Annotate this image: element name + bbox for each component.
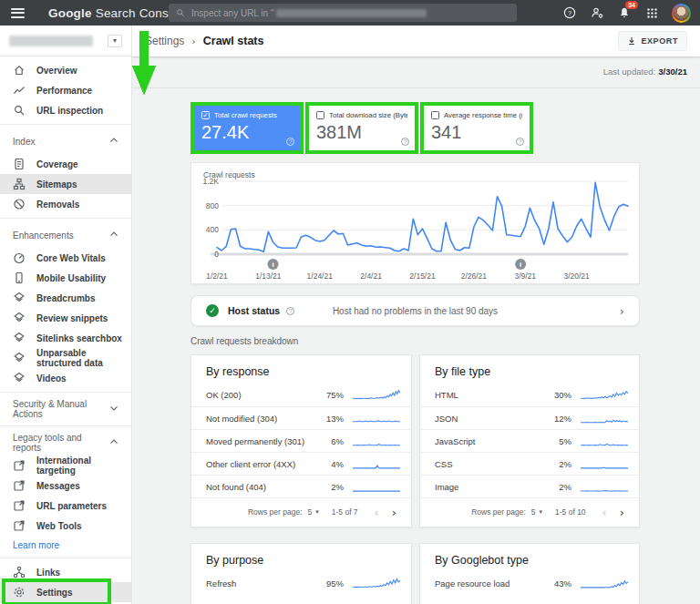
row-percent: 95%	[316, 578, 344, 589]
table-row-css[interactable]: CSS2%	[420, 452, 639, 475]
user-settings-button[interactable]	[590, 5, 604, 20]
sidebar-item-url-parameters[interactable]: URL parameters	[0, 496, 131, 516]
checkbox-checked-icon: ✓	[201, 111, 210, 119]
table-row-not-modified-304[interactable]: Not modified (304)13%	[191, 406, 411, 429]
sidebar-item-overview[interactable]: Overview	[0, 60, 131, 80]
sidebar-item-label: Coverage	[36, 159, 78, 169]
table-row-json[interactable]: JSON12%	[420, 406, 639, 429]
sidebar-item-messages[interactable]: Messages	[0, 476, 131, 496]
sidebar-item-coverage[interactable]: Coverage	[0, 154, 131, 174]
x-tick-label: 2/4/21	[360, 271, 382, 281]
sidebar-item-label: Review snippets	[36, 313, 108, 323]
previous-page-button[interactable]: ‹	[371, 507, 383, 518]
sidebar-item-review-snippets[interactable]: Review snippets	[0, 308, 131, 328]
sidebar-item-mobile-usability[interactable]: Mobile Usability	[0, 268, 131, 288]
x-tick-label: 2/26/21	[461, 271, 488, 281]
table-row-other-client-error-4xx[interactable]: Other client error (4XX)4%	[191, 452, 411, 475]
help-icon[interactable]: ?	[286, 138, 294, 146]
sidebar-section-security-and-manual-actions[interactable]: Security & Manual Actions	[0, 396, 131, 422]
previous-page-button[interactable]: ‹	[599, 507, 611, 518]
rows-per-page-select[interactable]: 5▾	[531, 507, 542, 517]
sidebar-item-videos[interactable]: Videos	[0, 368, 131, 388]
row-label: JSON	[435, 414, 544, 424]
external-icon	[13, 519, 26, 532]
table-row-image[interactable]: Image2%	[420, 475, 639, 497]
help-icon[interactable]: ?	[401, 138, 409, 146]
x-tick-label: 1/24/21	[307, 271, 334, 281]
apps-grid-icon	[646, 7, 658, 19]
section-divider	[132, 87, 700, 88]
last-updated-label: Last updated:	[603, 67, 656, 77]
sidebar: ▾ OverviewPerformanceURL inspectionIndex…	[0, 26, 132, 604]
rows-per-page-select[interactable]: 5▾	[308, 507, 319, 517]
url-inspect-input[interactable]: Inspect any URL in "	[169, 4, 517, 22]
sidebar-item-settings[interactable]: Settings	[0, 582, 131, 602]
search-placeholder: Inspect any URL in "	[191, 8, 273, 18]
metric-chip-average-response-time[interactable]: Average response time (ms)341?	[420, 102, 533, 154]
sidebar-item-sitelinks-searchbox[interactable]: Sitelinks searchbox	[0, 328, 131, 348]
apps-button[interactable]	[644, 5, 659, 20]
metric-chip-total-crawl-requests[interactable]: ✓Total crawl requests27.4K?	[190, 102, 304, 154]
row-label: Not modified (304)	[206, 414, 316, 424]
breadcrumb-settings[interactable]: Settings	[145, 35, 184, 47]
y-tick-label: 800	[206, 201, 219, 210]
card-by-file-type: By file typeHTML30%JSON12%JavaScript5%CS…	[419, 354, 640, 527]
table-row-moved-permanently-301[interactable]: Moved permanently (301)6%	[191, 429, 411, 452]
cwv-icon	[13, 251, 26, 264]
table-row-javascript[interactable]: JavaScript5%	[420, 429, 639, 452]
caret-down-icon: ▾	[540, 508, 543, 516]
sidebar-item-web-tools[interactable]: Web Tools	[0, 516, 131, 536]
checkbox-unchecked-icon	[431, 111, 439, 119]
home-icon	[13, 64, 26, 77]
account-avatar[interactable]	[672, 4, 691, 23]
chevron-right-icon[interactable]: ›	[620, 304, 624, 318]
table-row-ok-200[interactable]: OK (200)75%	[191, 384, 411, 406]
sidebar-item-performance[interactable]: Performance	[0, 80, 131, 100]
links-icon	[13, 566, 26, 578]
export-button[interactable]: EXPORT	[618, 31, 687, 51]
x-tick-label: 2/15/21	[409, 271, 436, 281]
external-icon	[13, 459, 26, 472]
checkbox-unchecked-icon	[316, 111, 324, 119]
notifications-button[interactable]: 34	[617, 5, 632, 20]
row-label: Refresh	[206, 578, 316, 589]
schema-icon	[13, 292, 26, 304]
metric-chip-total-download-size[interactable]: Total download size (Bytes)381M?	[305, 102, 418, 154]
notification-badge: 34	[625, 1, 638, 9]
last-updated-value: 3/30/21	[658, 67, 687, 77]
card-by-googlebot-type: By Googlebot typePage resource load43%	[419, 543, 640, 604]
hamburger-menu-icon[interactable]	[11, 8, 25, 18]
property-selector[interactable]: ▾	[0, 26, 131, 56]
host-status-row[interactable]: ✓ Host status ? Host had no problems in …	[190, 295, 640, 326]
table-row-refresh[interactable]: Refresh95%	[191, 572, 411, 595]
sidebar-item-links[interactable]: Links	[0, 562, 131, 582]
sidebar-item-unparsable-structured-data[interactable]: Unparsable structured data	[0, 348, 131, 368]
help-icon[interactable]: ?	[286, 307, 294, 315]
sparkline-chart	[353, 435, 400, 447]
row-percent: 13%	[316, 414, 344, 424]
sidebar-item-sitemaps[interactable]: Sitemaps	[0, 174, 131, 194]
sitemaps-icon	[13, 178, 26, 190]
next-page-button[interactable]: ›	[616, 507, 628, 518]
sidebar-section-index[interactable]: Index	[0, 128, 131, 154]
metric-chip-label: Average response time (ms)	[444, 111, 522, 119]
external-icon	[13, 499, 26, 512]
schema-icon	[13, 372, 26, 384]
sidebar-item-core-web-vitals[interactable]: Core Web Vitals	[0, 248, 131, 268]
learn-more-link[interactable]: Learn more	[0, 536, 131, 554]
table-row-not-found-404[interactable]: Not found (404)2%	[191, 475, 411, 497]
table-row-html[interactable]: HTML30%	[420, 384, 639, 406]
sidebar-section-legacy-tools-and-reports[interactable]: Legacy tools and reports	[0, 430, 131, 456]
sparkline-chart	[581, 458, 628, 470]
sidebar-item-breadcrumbs[interactable]: Breadcrumbs	[0, 288, 131, 308]
help-button[interactable]: ?	[562, 5, 577, 20]
next-page-button[interactable]: ›	[388, 507, 400, 518]
row-percent: 75%	[316, 390, 344, 400]
sidebar-section-enhancements[interactable]: Enhancements	[0, 222, 131, 248]
help-icon[interactable]: ?	[516, 138, 524, 146]
sidebar-item-international-targeting[interactable]: International targeting	[0, 456, 131, 476]
external-icon	[13, 479, 26, 492]
sidebar-item-url-inspection[interactable]: URL inspection	[0, 100, 131, 120]
table-row-page-resource-load[interactable]: Page resource load43%	[420, 572, 639, 595]
sidebar-item-removals[interactable]: Removals	[0, 194, 131, 214]
